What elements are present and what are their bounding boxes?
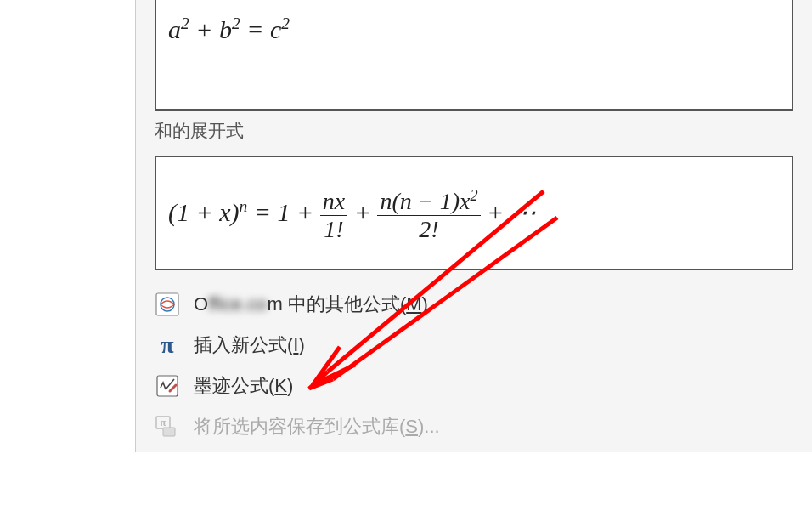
menu-item-save-gallery: π 将所选内容保存到公式库(S)... bbox=[136, 406, 812, 447]
equation-dropdown-panel: a2 + b2 = c2 和的展开式 (1 + x)n = 1 + nx 1! … bbox=[135, 0, 812, 452]
menu-item-ink[interactable]: 墨迹公式(K) bbox=[136, 366, 812, 406]
menu-label-save: 将所选内容保存到公式库(S)... bbox=[194, 414, 440, 440]
svg-text:π: π bbox=[161, 417, 166, 428]
formula-binomial: (1 + x)n = 1 + nx 1! + n(n − 1)x2 2! + ⋯ bbox=[168, 198, 536, 226]
menu-item-insert-new[interactable]: π 插入新公式(I) bbox=[136, 325, 812, 366]
menu-label-insert: 插入新公式(I) bbox=[194, 332, 305, 358]
menu-label-ink: 墨迹公式(K) bbox=[194, 373, 293, 399]
pi-icon: π bbox=[153, 331, 182, 360]
menu-item-office-more[interactable]: Office.com 中的其他公式(M) bbox=[136, 284, 812, 325]
svg-rect-0 bbox=[156, 293, 178, 315]
menu-area: Office.com 中的其他公式(M) π 插入新公式(I) 墨迹公式(K) bbox=[136, 279, 812, 452]
svg-rect-5 bbox=[163, 428, 175, 436]
office-icon bbox=[153, 290, 182, 319]
menu-label-office: Office.com 中的其他公式(M) bbox=[194, 292, 428, 317]
save-pi-icon: π bbox=[153, 412, 182, 441]
left-background-strip bbox=[0, 0, 135, 505]
equation-preview-binomial[interactable]: (1 + x)n = 1 + nx 1! + n(n − 1)x2 2! + ⋯ bbox=[155, 156, 793, 270]
formula-pythagorean: a2 + b2 = c2 bbox=[168, 15, 290, 43]
section-label-sum-expansion: 和的展开式 bbox=[155, 119, 812, 143]
equation-preview-pythagorean[interactable]: a2 + b2 = c2 bbox=[155, 0, 793, 111]
ink-equation-icon bbox=[153, 372, 182, 400]
